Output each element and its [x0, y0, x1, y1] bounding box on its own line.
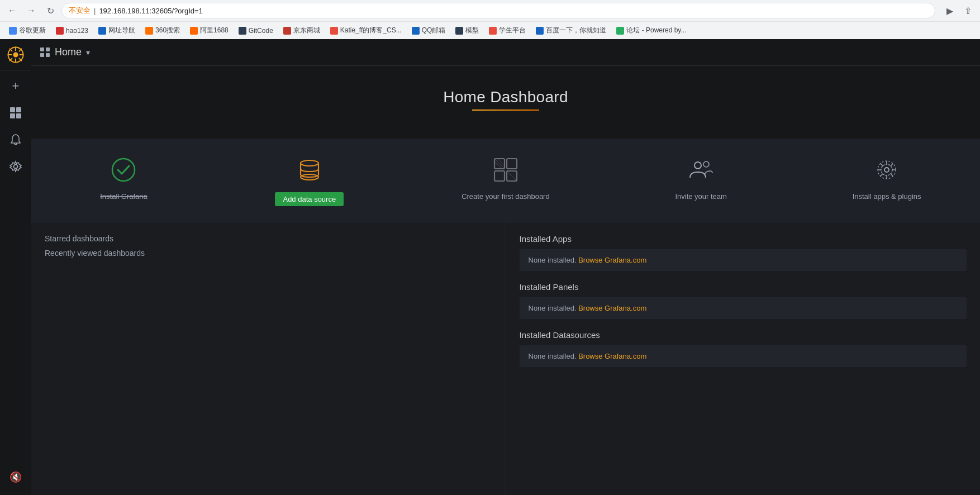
bookmark-favicon	[283, 27, 291, 35]
back-button[interactable]: ←	[4, 3, 20, 18]
content-area: Home ▾ Home Dashboard	[31, 39, 980, 495]
svg-rect-15	[40, 47, 44, 51]
plus-icon: +	[12, 79, 20, 93]
svg-point-20	[301, 160, 318, 166]
browse-apps-link[interactable]: Browse Grafana.com	[578, 256, 646, 264]
top-bar: Home ▾	[31, 39, 980, 66]
bookmark-label: 模型	[465, 26, 479, 35]
steps-bar: Install Grafana Add data source	[31, 139, 980, 223]
page-title: Home Dashboard	[443, 88, 568, 106]
bookmarks-bar: 谷歌更新hao123网址导航360搜索阿里1688GitCode京东商城Kati…	[0, 21, 980, 39]
bookmark-item[interactable]: 网址导航	[94, 23, 140, 37]
add-data-source-button[interactable]: Add data source	[275, 192, 344, 206]
installed-datasources-box: None installed. Browse Grafana.com	[520, 345, 967, 367]
home-nav-title[interactable]: Home	[55, 46, 82, 58]
installed-apps-title: Installed Apps	[520, 234, 967, 244]
bookmark-favicon	[145, 27, 153, 35]
share-button[interactable]: ⇧	[960, 3, 976, 18]
svg-rect-18	[46, 53, 50, 57]
sidebar-item-help[interactable]: 🔇	[0, 464, 31, 491]
svg-line-42	[881, 174, 883, 177]
page-header: Home Dashboard	[31, 66, 980, 139]
cast-button[interactable]: ▶	[942, 3, 958, 18]
dashboards-icon	[9, 107, 22, 119]
bookmark-label: 京东商城	[293, 26, 320, 35]
svg-rect-11	[16, 107, 21, 112]
bookmark-favicon	[536, 27, 544, 35]
svg-line-40	[891, 174, 893, 177]
svg-point-32	[884, 168, 889, 172]
svg-rect-17	[40, 53, 44, 57]
address-bar[interactable]: 不安全 | 192.168.198.11:32605/?orgId=1	[61, 3, 935, 18]
bookmark-item[interactable]: 学生平台	[484, 23, 530, 37]
bookmark-favicon	[239, 27, 246, 35]
sidebar-bottom: 🔇	[0, 464, 31, 495]
right-panel: Installed Apps None installed. Browse Gr…	[506, 223, 981, 495]
svg-rect-16	[46, 47, 50, 51]
bookmark-favicon	[9, 27, 17, 35]
reload-button[interactable]: ↻	[42, 3, 58, 18]
bookmark-label: 谷歌更新	[19, 26, 46, 35]
bookmark-favicon	[330, 27, 338, 35]
bookmark-item[interactable]: 论坛 - Powered by...	[612, 23, 691, 37]
bookmark-item[interactable]: 京东商城	[279, 23, 325, 37]
svg-line-39	[881, 164, 883, 166]
forward-button[interactable]: →	[23, 3, 39, 18]
bookmark-item[interactable]: GitCode	[234, 25, 278, 37]
address-text: 192.168.198.11:32605/?orgId=1	[99, 7, 202, 15]
installed-panels-section: Installed Panels None installed. Browse …	[520, 282, 967, 319]
bookmark-item[interactable]: 谷歌更新	[4, 23, 50, 37]
browse-datasources-link[interactable]: Browse Grafana.com	[578, 352, 646, 360]
grid-icon	[40, 47, 50, 58]
sidebar-item-configuration[interactable]	[0, 153, 31, 180]
bookmark-label: 学生平台	[499, 26, 526, 35]
step-invite-team: Invite your team	[668, 155, 735, 201]
svg-point-30	[694, 162, 701, 169]
bookmark-label: 360搜索	[155, 26, 180, 35]
chevron-down-icon: ▾	[86, 48, 90, 57]
recently-viewed-link[interactable]: Recently viewed dashboards	[45, 249, 492, 258]
bookmark-item[interactable]: QQ邮箱	[407, 23, 450, 37]
bookmark-item[interactable]: 360搜索	[141, 23, 184, 37]
svg-rect-12	[10, 113, 15, 118]
bookmark-item[interactable]: 百度一下，你就知道	[531, 23, 611, 37]
bookmark-favicon	[616, 27, 624, 35]
bookmark-favicon	[56, 27, 64, 35]
installed-datasources-status: None installed.	[529, 352, 579, 360]
step-create-dashboard: Create your first dashboard	[462, 155, 550, 201]
gear-icon	[9, 160, 22, 173]
sidebar-item-dashboards[interactable]	[0, 99, 31, 126]
sidebar-logo[interactable]	[0, 39, 31, 70]
installed-panels-status: None installed.	[529, 304, 579, 312]
installed-apps-status: None installed.	[529, 256, 579, 264]
bell-icon	[10, 134, 21, 146]
installed-datasources-title: Installed Datasources	[520, 330, 967, 340]
bookmark-label: 百度一下，你就知道	[546, 26, 606, 35]
main-content: Home Dashboard Install Grafana	[31, 66, 980, 495]
starred-dashboards-link[interactable]: Starred dashboards	[45, 234, 492, 243]
step-plugins-icon	[872, 155, 901, 184]
app-layout: +	[0, 39, 980, 495]
svg-point-1	[13, 52, 18, 57]
installed-apps-section: Installed Apps None installed. Browse Gr…	[520, 234, 967, 271]
bookmark-favicon	[412, 27, 420, 35]
sidebar: +	[0, 39, 31, 495]
installed-panels-title: Installed Panels	[520, 282, 967, 292]
sidebar-item-create[interactable]: +	[0, 73, 31, 99]
bookmark-item[interactable]: 模型	[451, 23, 483, 37]
step-add-datasource: Add data source	[275, 155, 344, 206]
bookmark-favicon	[489, 27, 497, 35]
sidebar-item-alerting[interactable]	[0, 126, 31, 153]
step-invite-team-label: Invite your team	[675, 192, 727, 201]
browser-action-buttons: ▶ ⇧	[942, 3, 976, 18]
installed-apps-box: None installed. Browse Grafana.com	[520, 249, 967, 271]
bookmark-label: GitCode	[249, 27, 273, 35]
security-warning: 不安全	[69, 6, 91, 16]
step-database-icon	[295, 155, 324, 184]
bookmark-label: 网址导航	[108, 26, 135, 35]
svg-line-41	[891, 164, 893, 166]
bookmark-item[interactable]: 阿里1688	[185, 23, 233, 37]
bookmark-item[interactable]: Katie_ff的博客_CS...	[326, 23, 406, 37]
bookmark-item[interactable]: hao123	[51, 25, 93, 37]
browse-panels-link[interactable]: Browse Grafana.com	[578, 304, 646, 312]
